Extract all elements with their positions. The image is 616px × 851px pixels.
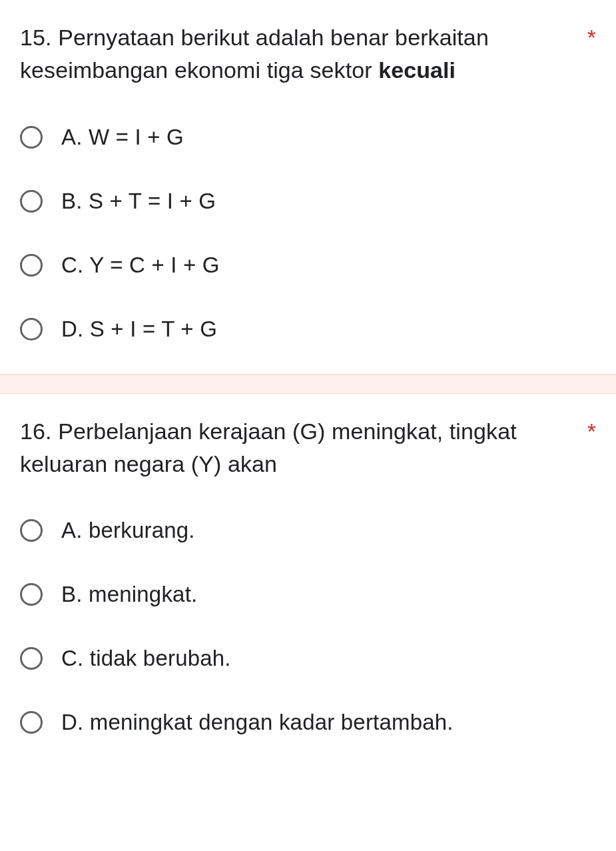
question-number: 16. bbox=[20, 419, 52, 444]
question-block-15: 15. Pernyataan berikut adalah benar berk… bbox=[0, 0, 616, 374]
radio-icon bbox=[20, 647, 43, 670]
question-number: 15. bbox=[20, 25, 52, 50]
radio-icon bbox=[20, 126, 43, 149]
option-c[interactable]: C. Y = C + I + G bbox=[20, 253, 596, 278]
option-label: B. S + T = I + G bbox=[61, 189, 216, 214]
option-label: B. meningkat. bbox=[61, 582, 197, 607]
question-block-16: 16. Perbelanjaan kerajaan (G) meningkat,… bbox=[0, 394, 616, 768]
question-bold: kecuali bbox=[378, 57, 456, 83]
option-label: A. berkurang. bbox=[61, 518, 195, 543]
option-label: A. W = I + G bbox=[61, 125, 184, 150]
radio-icon bbox=[20, 254, 43, 277]
radio-icon bbox=[20, 583, 43, 606]
options-group: A. W = I + G B. S + T = I + G C. Y = C +… bbox=[20, 125, 596, 342]
question-body: Perbelanjaan kerajaan (G) meningkat, tin… bbox=[20, 419, 517, 476]
question-header: 15. Pernyataan berikut adalah benar berk… bbox=[20, 21, 596, 87]
option-a[interactable]: A. W = I + G bbox=[20, 125, 596, 150]
option-d[interactable]: D. meningkat dengan kadar bertambah. bbox=[20, 710, 596, 735]
option-label: D. S + I = T + G bbox=[61, 317, 217, 342]
option-d[interactable]: D. S + I = T + G bbox=[20, 317, 596, 342]
radio-icon bbox=[20, 519, 43, 542]
section-divider bbox=[0, 374, 616, 394]
option-a[interactable]: A. berkurang. bbox=[20, 518, 596, 543]
radio-icon bbox=[20, 711, 43, 734]
option-c[interactable]: C. tidak berubah. bbox=[20, 646, 596, 671]
options-group: A. berkurang. B. meningkat. C. tidak ber… bbox=[20, 518, 596, 735]
required-asterisk: * bbox=[587, 21, 596, 54]
radio-icon bbox=[20, 190, 43, 213]
option-b[interactable]: B. S + T = I + G bbox=[20, 189, 596, 214]
radio-icon bbox=[20, 318, 43, 341]
option-label: D. meningkat dengan kadar bertambah. bbox=[61, 710, 454, 735]
required-asterisk: * bbox=[587, 415, 596, 448]
question-text: 16. Perbelanjaan kerajaan (G) meningkat,… bbox=[20, 415, 575, 481]
option-label: C. tidak berubah. bbox=[61, 646, 231, 671]
question-header: 16. Perbelanjaan kerajaan (G) meningkat,… bbox=[20, 415, 596, 481]
option-b[interactable]: B. meningkat. bbox=[20, 582, 596, 607]
question-text: 15. Pernyataan berikut adalah benar berk… bbox=[20, 21, 575, 87]
option-label: C. Y = C + I + G bbox=[61, 253, 220, 278]
